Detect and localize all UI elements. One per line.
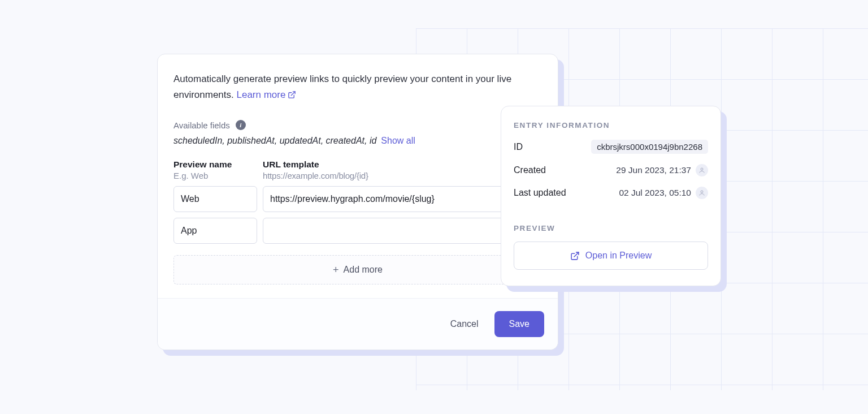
available-fields-label: Available fields [173,120,230,130]
last-updated-value: 02 Jul 2023, 05:10 [619,188,691,198]
user-avatar-icon [696,164,708,176]
learn-more-link[interactable]: Learn more [237,89,297,100]
preview-name-input[interactable] [173,186,257,212]
info-icon[interactable]: i [236,120,246,130]
external-link-icon [288,90,296,99]
url-template-input[interactable] [263,218,542,244]
created-value: 29 Jun 2023, 21:37 [616,165,691,175]
external-link-icon [570,251,580,261]
created-label: Created [514,165,546,175]
preview-name-input[interactable] [173,218,257,244]
save-button[interactable]: Save [494,311,544,337]
intro-text: Automatically generate preview links to … [173,71,542,103]
url-template-input[interactable] [263,186,542,212]
entry-information-title: ENTRY INFORMATION [514,121,708,130]
open-in-preview-button[interactable]: Open in Preview [514,241,708,270]
entry-information-card: ENTRY INFORMATION ID ckbrsjkrs000x0194j9… [501,106,721,286]
url-template-hint: https://example.com/blog/{id} [263,171,542,180]
available-fields-list: scheduledIn, publishedAt, updatedAt, cre… [173,136,542,146]
id-label: ID [514,142,523,152]
entry-id-value[interactable]: ckbrsjkrs000x0194j9bn2268 [591,140,708,154]
svg-line-3 [574,252,579,257]
svg-line-0 [292,92,296,96]
add-more-button[interactable]: + Add more [173,255,542,284]
svg-point-1 [701,168,703,170]
preview-name-hint: E.g. Web [173,171,257,180]
cancel-button[interactable]: Cancel [450,319,479,329]
plus-icon: + [333,264,339,276]
preview-section-title: PREVIEW [514,224,708,232]
svg-point-2 [701,191,703,193]
url-template-header: URL template [263,159,542,170]
last-updated-label: Last updated [514,188,566,198]
preview-name-header: Preview name [173,159,257,170]
preview-urls-card: Automatically generate preview links to … [157,54,558,350]
card-footer: Cancel Save [158,298,558,350]
show-all-link[interactable]: Show all [381,136,415,145]
user-avatar-icon [696,187,708,199]
